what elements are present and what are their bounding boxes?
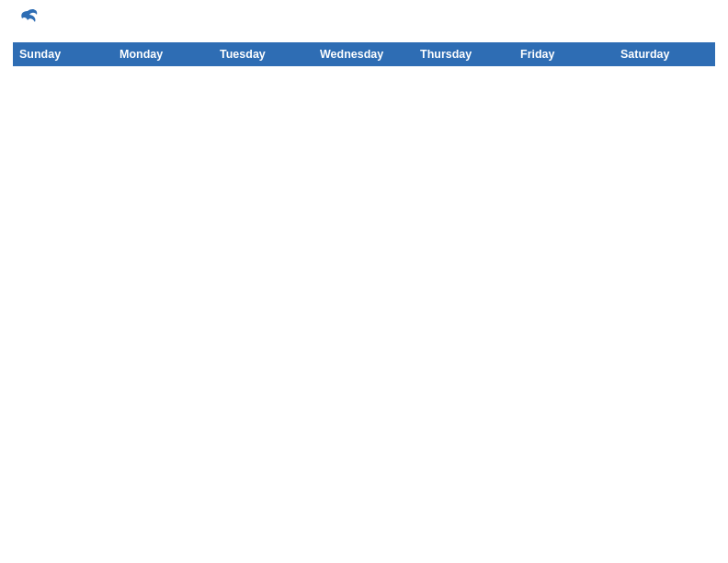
header	[13, 9, 715, 35]
weekday-monday: Monday	[114, 43, 214, 66]
page: SundayMondayTuesdayWednesdayThursdayFrid…	[0, 0, 728, 563]
weekday-saturday: Saturday	[615, 43, 715, 66]
weekday-tuesday: Tuesday	[214, 43, 314, 66]
logo	[13, 9, 40, 35]
logo-bird-icon	[15, 6, 40, 35]
weekday-sunday: Sunday	[14, 43, 114, 66]
weekday-friday: Friday	[515, 43, 615, 66]
weekday-thursday: Thursday	[415, 43, 515, 66]
calendar-table: SundayMondayTuesdayWednesdayThursdayFrid…	[13, 42, 715, 554]
weekday-wednesday: Wednesday	[314, 43, 415, 66]
weekday-header-row: SundayMondayTuesdayWednesdayThursdayFrid…	[14, 43, 715, 66]
